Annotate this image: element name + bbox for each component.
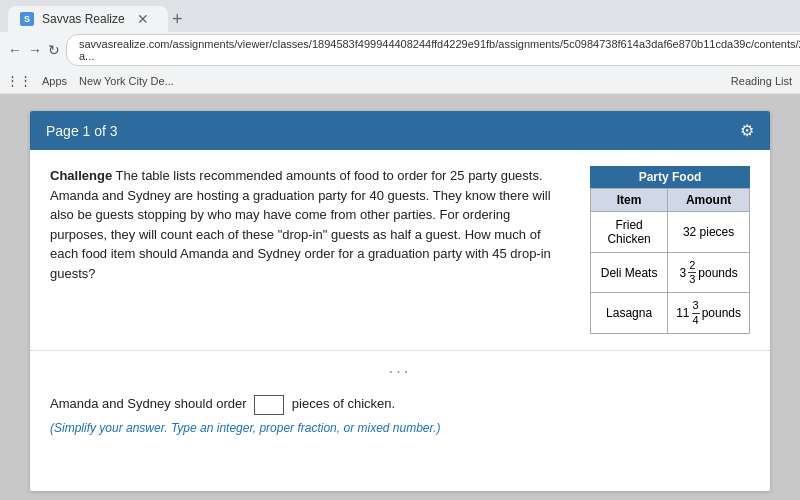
col-item-header: Item [591,189,668,212]
reload-button[interactable]: ↻ [48,38,60,62]
denominator-deli: 3 [688,273,696,286]
browser-chrome: S Savvas Realize ✕ + ← → ↻ savvasrealize… [0,0,800,95]
numerator-lasagna: 3 [692,299,700,313]
tab-bar: S Savvas Realize ✕ + [0,0,800,32]
content-card: Page 1 of 3 ⚙ Challenge The table lists … [30,111,770,491]
hint-text: (Simplify your answer. Type an integer, … [50,421,750,435]
challenge-body: The table lists recommended amounts of f… [50,168,551,281]
item-deli-meats: Deli Meats [591,253,668,293]
numerator-deli: 2 [688,259,696,273]
bookmarks-bar: ⋮⋮ Apps New York City De... Reading List [0,68,800,94]
amount-deli-meats: 3 2 3 pounds [668,253,750,293]
amount-lasagna: 11 3 4 pounds [668,293,750,333]
item-lasagna: Lasagna [591,293,668,333]
fraction-deli: 2 3 [688,259,696,286]
challenge-text: Challenge The table lists recommended am… [50,166,570,334]
tab-close-button[interactable]: ✕ [137,11,149,27]
bookmark-nyc[interactable]: New York City De... [79,75,174,87]
divider-row: ... [30,350,770,385]
answer-section: Amanda and Sydney should order pieces of… [30,385,770,451]
answer-prefix: Amanda and Sydney should order [50,396,247,411]
whole-part-deli: 3 [679,266,686,280]
tab-favicon: S [20,12,34,26]
card-body: Challenge The table lists recommended am… [30,150,770,350]
table-row: Lasagna 11 3 4 pounds [591,293,750,333]
expand-dots[interactable]: ... [389,359,411,377]
page-indicator: Page 1 of 3 [46,123,118,139]
apps-grid-icon[interactable]: ⋮⋮ [8,70,30,92]
food-table: Party Food Item Amount Fried Chicken 32 … [590,166,750,334]
answer-suffix: pieces of chicken. [292,396,395,411]
settings-icon[interactable]: ⚙ [740,121,754,140]
answer-row: Amanda and Sydney should order pieces of… [50,395,750,415]
table-row: Deli Meats 3 2 3 pounds [591,253,750,293]
challenge-label: Challenge [50,168,112,183]
address-bar[interactable]: savvasrealize.com/assignments/viewer/cla… [66,34,800,66]
forward-button[interactable]: → [28,38,42,62]
back-button[interactable]: ← [8,38,22,62]
unit-lasagna: pounds [702,306,741,320]
amount-fried-chicken: 32 pieces [668,212,750,253]
address-bar-row: ← → ↻ savvasrealize.com/assignments/view… [0,32,800,68]
tab-title: Savvas Realize [42,12,125,26]
unit-deli: pounds [698,266,737,280]
page-content: Page 1 of 3 ⚙ Challenge The table lists … [0,95,800,500]
mixed-number-lasagna: 11 3 4 pounds [676,299,741,326]
food-table-container: Party Food Item Amount Fried Chicken 32 … [590,166,750,334]
whole-part-lasagna: 11 [676,306,689,320]
denominator-lasagna: 4 [692,314,700,327]
mixed-number-deli: 3 2 3 pounds [679,259,737,286]
reading-list-button[interactable]: Reading List [731,75,792,87]
new-tab-button[interactable]: + [172,10,183,28]
answer-input[interactable] [254,395,284,415]
bookmark-apps[interactable]: Apps [42,75,67,87]
table-row: Fried Chicken 32 pieces [591,212,750,253]
fraction-lasagna: 3 4 [692,299,700,326]
item-fried-chicken: Fried Chicken [591,212,668,253]
col-amount-header: Amount [668,189,750,212]
table-caption: Party Food [590,166,750,188]
address-text: savvasrealize.com/assignments/viewer/cla… [79,38,800,62]
active-tab[interactable]: S Savvas Realize ✕ [8,6,168,32]
card-header: Page 1 of 3 ⚙ [30,111,770,150]
